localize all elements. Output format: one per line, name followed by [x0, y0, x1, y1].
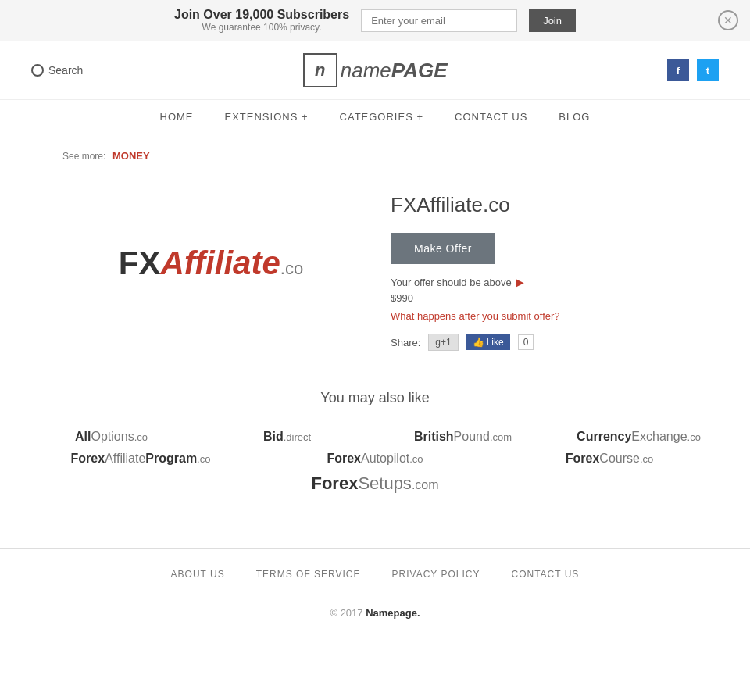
- footer-privacy[interactable]: PRIVACY POLICY: [392, 569, 480, 580]
- make-offer-button[interactable]: Make Offer: [391, 233, 495, 264]
- search-trigger[interactable]: Search: [31, 64, 83, 77]
- domain-title: FXAffiliate.co: [391, 193, 688, 217]
- also-like-row2: ForexAffiliateProgram.co ForexAutopilot.…: [31, 452, 719, 466]
- domain-card-text: CurrencyExchange.co: [577, 430, 701, 443]
- list-item[interactable]: BritishPound.com: [383, 430, 543, 444]
- banner-text: Join Over 19,000 Subscribers We guarante…: [174, 8, 349, 33]
- share-row: Share: g+1 👍 Like 0: [391, 334, 688, 351]
- footer: ABOUT US TERMS OF SERVICE PRIVACY POLICY…: [0, 549, 750, 599]
- google-plus-button[interactable]: g+1: [428, 334, 458, 351]
- domain-logo: FXAffiliate.co: [119, 245, 303, 282]
- search-label: Search: [48, 64, 83, 77]
- list-item[interactable]: ForexSetups.com: [311, 473, 438, 494]
- logo[interactable]: n namePAGE: [303, 53, 448, 88]
- gplus-label: g+1: [435, 337, 451, 348]
- offer-should-be-text: Your offer should be above: [391, 277, 512, 288]
- offer-arrow-icon: ▶: [516, 276, 524, 288]
- also-like-title: You may also like: [31, 390, 719, 406]
- close-button[interactable]: ✕: [718, 10, 738, 30]
- footer-brand: Namepage.: [366, 607, 420, 619]
- fb-like-label: Like: [487, 337, 504, 348]
- breadcrumb: See more: MONEY: [0, 134, 750, 170]
- share-label: Share:: [391, 337, 420, 348]
- domain-card-text: ForexSetups.com: [311, 473, 438, 493]
- logo-text: namePAGE: [341, 59, 448, 83]
- nav-extensions[interactable]: EXTENSIONS +: [225, 111, 309, 123]
- nav-contact[interactable]: CONTACT US: [455, 111, 527, 123]
- also-like-section: You may also like AllOptions.co Bid.dire…: [0, 382, 750, 533]
- email-input[interactable]: [361, 9, 517, 32]
- fb-count: 0: [518, 334, 534, 350]
- what-happens-link[interactable]: What happens after you submit offer?: [391, 310, 688, 322]
- banner-sub-text: We guarantee 100% privacy.: [174, 22, 349, 33]
- main-nav: HOME EXTENSIONS + CATEGORIES + CONTACT U…: [0, 100, 750, 134]
- offer-info: Your offer should be above ▶: [391, 276, 688, 288]
- nav-categories[interactable]: CATEGORIES +: [340, 111, 423, 123]
- main-content: FXAffiliate.co FXAffiliate.co Make Offer…: [0, 170, 750, 382]
- domain-logo-area: FXAffiliate.co: [62, 185, 359, 341]
- join-button[interactable]: Join: [529, 9, 576, 32]
- domain-info: FXAffiliate.co Make Offer Your offer sho…: [391, 185, 688, 351]
- list-item[interactable]: AllOptions.co: [31, 430, 191, 444]
- footer-about[interactable]: ABOUT US: [171, 569, 225, 580]
- list-item[interactable]: ForexAutopilot.co: [266, 452, 484, 466]
- also-like-row1: AllOptions.co Bid.direct BritishPound.co…: [31, 430, 719, 444]
- facebook-icon[interactable]: f: [667, 59, 689, 81]
- copyright-year: © 2017: [330, 607, 362, 619]
- nav-home[interactable]: HOME: [160, 111, 194, 123]
- top-banner: Join Over 19,000 Subscribers We guarante…: [0, 0, 750, 41]
- logo-icon: n: [303, 53, 338, 88]
- also-like-row3: ForexSetups.com: [31, 473, 719, 494]
- offer-price: $990: [391, 292, 688, 304]
- footer-contact[interactable]: CONTACT US: [511, 569, 579, 580]
- search-icon: [31, 64, 44, 77]
- list-item[interactable]: ForexAffiliateProgram.co: [31, 452, 250, 466]
- social-icons: f t: [667, 59, 719, 81]
- header: Search n namePAGE f t: [0, 41, 750, 100]
- domain-card-text: ForexAutopilot.co: [327, 452, 423, 465]
- facebook-like-button[interactable]: 👍 Like: [466, 334, 510, 350]
- breadcrumb-label: See more:: [62, 151, 105, 162]
- twitter-icon[interactable]: t: [697, 59, 719, 81]
- nav-blog[interactable]: BLOG: [559, 111, 590, 123]
- fb-thumb-icon: 👍: [473, 337, 484, 348]
- footer-terms[interactable]: TERMS OF SERVICE: [256, 569, 361, 580]
- list-item[interactable]: CurrencyExchange.co: [559, 430, 719, 444]
- list-item[interactable]: Bid.direct: [207, 430, 367, 444]
- domain-card-text: ForexAffiliateProgram.co: [71, 452, 211, 465]
- domain-card-text: Bid.direct: [263, 430, 311, 443]
- footer-copyright: © 2017 Namepage.: [0, 599, 750, 634]
- banner-main-text: Join Over 19,000 Subscribers: [174, 8, 349, 22]
- breadcrumb-category[interactable]: MONEY: [112, 150, 150, 162]
- domain-card-text: BritishPound.com: [414, 430, 512, 443]
- list-item[interactable]: ForexCourse.co: [500, 452, 719, 466]
- domain-card-text: ForexCourse.co: [566, 452, 654, 465]
- domain-card-text: AllOptions.co: [75, 430, 148, 443]
